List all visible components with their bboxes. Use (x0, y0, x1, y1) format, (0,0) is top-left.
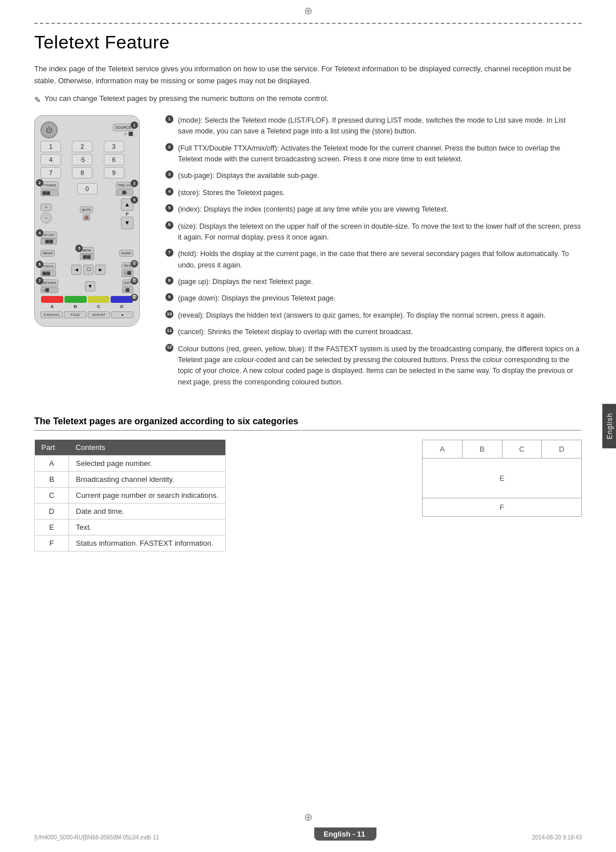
note-icon: ✎ (34, 94, 41, 106)
blue-button[interactable] (111, 296, 133, 303)
top-compass-decoration: ⊕ (304, 5, 313, 17)
bottom-buttons-row: E-MANUAL P.SIZE AD/SUBT ■ (40, 311, 133, 318)
num-8[interactable]: 8 (72, 167, 92, 178)
right-btn[interactable]: ► (95, 265, 106, 275)
num-6[interactable]: 6 (104, 154, 124, 165)
table-cell-contents: Status information. FASTEXT information. (69, 535, 226, 551)
diagram-cell-e: E (423, 459, 581, 498)
num-7[interactable]: 7 (40, 167, 61, 178)
label-d: D (120, 304, 124, 309)
emanual-button[interactable]: E-MANUAL (40, 311, 63, 318)
badge-7: 7 (36, 277, 43, 285)
down-btn[interactable]: ▼ (85, 281, 95, 291)
green-button[interactable] (64, 296, 87, 303)
num-2[interactable]: 2 (72, 141, 92, 152)
inst-num-3: 3 (165, 171, 173, 178)
inst-num-5: 5 (165, 204, 173, 212)
section-heading: The Teletext pages are organized accordi… (34, 416, 582, 431)
footer-page-number: English - 11 (314, 827, 376, 841)
bottom-compass-decoration: ⊕ (304, 811, 313, 823)
note-content: You can change Teletext pages by pressin… (44, 93, 329, 105)
num-5[interactable]: ·5 (72, 154, 92, 165)
inst-text-2: (Full TTX/Double TTXA/mix/off): Activate… (178, 143, 582, 165)
instruction-6: 6 (size): Displays the teletext on the u… (165, 221, 582, 244)
num-9[interactable]: 9 (104, 167, 124, 178)
red-button[interactable] (41, 296, 63, 303)
badge-11: ⑪ (131, 277, 138, 285)
remote-top-row: ⏻ SOURCE ⊕ ⬛ 1 (40, 121, 133, 139)
inst-num-11: 11 (165, 327, 173, 335)
chlist-row: CH LIST ⬛⬛ 4 (40, 232, 133, 245)
table-row: DDate and time. (35, 504, 226, 520)
yellow-button[interactable] (88, 296, 110, 303)
num-1[interactable]: 1 (40, 141, 61, 152)
return-row: RETURN ↩⬛ 7 ▼ EXIT −⬛ ⑪ (40, 279, 133, 293)
badge-10: ⓪ (131, 260, 138, 267)
instruction-9: 9 (page down): Displays the previous Tel… (165, 293, 582, 304)
table-cell-part: E (35, 520, 69, 535)
inst-num-8: 8 (165, 277, 173, 285)
guide-button[interactable]: GUIDE (119, 250, 133, 257)
table-cell-contents: Broadcasting channel identity. (69, 472, 226, 488)
main-content: ⏻ SOURCE ⊕ ⬛ 1 1 2 3 4 ·5 6 7 8 (34, 115, 582, 393)
intro-text: The index page of the Teletext service g… (34, 63, 582, 87)
nav-down[interactable]: ▼ (121, 217, 133, 229)
table-cell-contents: Current page number or search indication… (69, 488, 226, 504)
badge-4: 4 (36, 229, 43, 237)
table-cell-part: F (35, 535, 69, 551)
extra-button[interactable]: ■ (111, 311, 133, 318)
label-a: A (50, 304, 54, 309)
instruction-1: 1 (mode): Selects the Teletext mode (LIS… (165, 115, 582, 137)
table-cell-part: B (35, 472, 69, 488)
inst-text-5: (index): Displays the index (contents) p… (178, 204, 582, 215)
inst-num-4: 4 (165, 188, 173, 196)
instruction-3: 3 (sub-page): Displays the available sub… (165, 171, 582, 181)
num-0[interactable]: 0 (77, 183, 98, 194)
inst-num-12: 12 (165, 344, 173, 352)
badge-2: 2 (36, 179, 43, 186)
label-c: C (97, 304, 100, 309)
inst-text-10: (reveal): Displays the hidden text (answ… (178, 310, 582, 321)
col-part-header: Part (35, 440, 69, 456)
instruction-5: 5 (index): Displays the index (contents)… (165, 204, 582, 215)
inst-text-11: (cancel): Shrinks the Teletext display t… (178, 327, 582, 338)
table-row: BBroadcasting channel identity. (35, 472, 226, 488)
num-4[interactable]: 4 (40, 154, 61, 165)
inst-num-1: 1 (165, 115, 173, 123)
inst-text-1: (mode): Selects the Teletext mode (LIST/… (178, 115, 582, 137)
number-grid: 1 2 3 4 ·5 6 7 8 9 (40, 141, 133, 178)
table-cell-part: D (35, 504, 69, 520)
table-cell-part: A (35, 456, 69, 472)
english-tab: English (602, 404, 616, 448)
instruction-8: 8 (page up): Displays the next Teletext … (165, 277, 582, 287)
table-cell-contents: Date and time. (69, 504, 226, 520)
table-row: ASelected page number. (35, 456, 226, 472)
table-cell-contents: Selected page number. (69, 456, 226, 472)
remote-control: ⏻ SOURCE ⊕ ⬛ 1 1 2 3 4 ·5 6 7 8 (34, 115, 140, 327)
footer-date: 2014-08-20 9:18:43 (532, 834, 582, 841)
ok-btn[interactable]: ☐ (83, 265, 94, 275)
color-buttons-row: ⑫ (40, 296, 133, 303)
vol-up[interactable]: + (40, 204, 52, 211)
remote-container: ⏻ SOURCE ⊕ ⬛ 1 1 2 3 4 ·5 6 7 8 (34, 115, 148, 393)
note-text: ✎ You can change Teletext pages by press… (34, 93, 582, 106)
table-cell-part: C (35, 488, 69, 504)
mute-button[interactable]: MUTE (80, 206, 94, 213)
ttx-row: TTX/MIX ⬛⬛ 2 0 PRE-CH ⬛• 3 (40, 181, 133, 196)
adsubt-button[interactable]: AD/SUBT (88, 311, 110, 318)
media-button[interactable]: MEDIA (40, 250, 55, 257)
diagram-cell-d: D (542, 440, 581, 458)
power-button[interactable]: ⏻ (40, 121, 58, 139)
psize-button[interactable]: P.SIZE (64, 311, 86, 318)
diagram-cell-c: C (502, 440, 542, 458)
inst-num-2: 2 (165, 143, 173, 151)
table-row: EText. (35, 520, 226, 535)
inst-text-6: (size): Displays the teletext on the upp… (178, 221, 582, 244)
vol-down[interactable]: − (40, 212, 52, 224)
table-section: Part Contents ASelected page number.BBro… (34, 440, 582, 551)
num-3[interactable]: 3 (104, 141, 124, 152)
instruction-7: 7 (hold): Holds the display at the curre… (165, 249, 582, 271)
parts-table: Part Contents ASelected page number.BBro… (34, 440, 226, 551)
left-btn[interactable]: ◄ (71, 265, 82, 275)
tools-row: TOOLS ⬛⬛ 6 ◄ ☐ ► INFO ⓣ⬛ ⓪ (40, 262, 133, 277)
